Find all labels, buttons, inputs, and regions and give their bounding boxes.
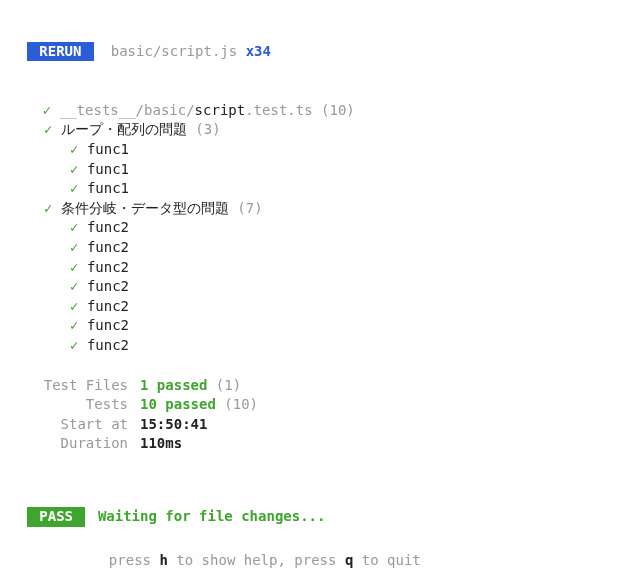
test-name: func2 (87, 219, 129, 235)
check-icon: ✓ (70, 337, 78, 353)
test-name: func2 (87, 317, 129, 333)
check-icon: ✓ (70, 278, 78, 294)
check-icon: ✓ (70, 141, 78, 157)
test-case-line: ✓ func1 (10, 140, 608, 160)
status-message: Waiting for file changes... (98, 508, 326, 524)
pass-badge: PASS (27, 507, 86, 527)
status-line: PASS Waiting for file changes... (10, 488, 608, 527)
test-name: func1 (87, 180, 129, 196)
test-name: func2 (87, 337, 129, 353)
test-case-line: ✓ func2 (10, 258, 608, 278)
header-multiplier: x34 (246, 43, 271, 59)
check-icon: ✓ (70, 317, 78, 333)
summary-row: Duration110ms (10, 434, 608, 454)
test-case-line: ✓ func2 (10, 316, 608, 336)
header-path: basic/script.js (111, 43, 237, 59)
check-icon: ✓ (70, 161, 78, 177)
check-icon: ✓ (70, 298, 78, 314)
test-name: func2 (87, 239, 129, 255)
test-file-line: ✓ __tests__/basic/script.test.ts (10) (10, 81, 608, 120)
summary-label: Test Files (10, 376, 128, 396)
suite-title: ループ・配列の問題 (61, 121, 187, 137)
test-case-line: ✓ func2 (10, 238, 608, 258)
summary-row: Start at15:50:41 (10, 415, 608, 435)
test-case-line: ✓ func1 (10, 160, 608, 180)
test-name: func1 (87, 161, 129, 177)
test-case-line: ✓ func2 (10, 297, 608, 317)
test-case-line: ✓ func1 (10, 179, 608, 199)
help-line: press h to show help, press q to quit (10, 531, 608, 570)
test-name: func1 (87, 141, 129, 157)
test-name: func2 (87, 298, 129, 314)
summary-value: 10 passed (10) (128, 395, 258, 415)
summary-block: Test Files1 passed (1)Tests10 passed (10… (10, 376, 608, 454)
suite-count: (7) (237, 200, 262, 216)
check-icon: ✓ (70, 259, 78, 275)
test-name: func2 (87, 259, 129, 275)
help-key-h[interactable]: h (159, 552, 167, 568)
summary-value: 1 passed (1) (128, 376, 241, 396)
rerun-badge: RERUN (27, 42, 94, 62)
suite-count: (3) (195, 121, 220, 137)
check-icon: ✓ (70, 219, 78, 235)
summary-label: Start at (10, 415, 128, 435)
summary-row: Test Files1 passed (1) (10, 376, 608, 396)
rerun-header: RERUN basic/script.js x34 (10, 22, 608, 61)
test-case-line: ✓ func2 (10, 218, 608, 238)
suite-title: 条件分岐・データ型の問題 (61, 200, 229, 216)
test-name: func2 (87, 278, 129, 294)
test-suite-line: ✓ 条件分岐・データ型の問題 (7) (10, 199, 608, 219)
test-case-line: ✓ func2 (10, 277, 608, 297)
check-icon: ✓ (70, 180, 78, 196)
summary-row: Tests10 passed (10) (10, 395, 608, 415)
check-icon: ✓ (70, 239, 78, 255)
summary-value: 110ms (128, 434, 182, 454)
check-icon: ✓ (44, 200, 52, 216)
test-suite-line: ✓ ループ・配列の問題 (3) (10, 120, 608, 140)
summary-value: 15:50:41 (128, 415, 207, 435)
summary-label: Duration (10, 434, 128, 454)
summary-label: Tests (10, 395, 128, 415)
test-case-line: ✓ func2 (10, 336, 608, 356)
check-icon: ✓ (44, 121, 52, 137)
